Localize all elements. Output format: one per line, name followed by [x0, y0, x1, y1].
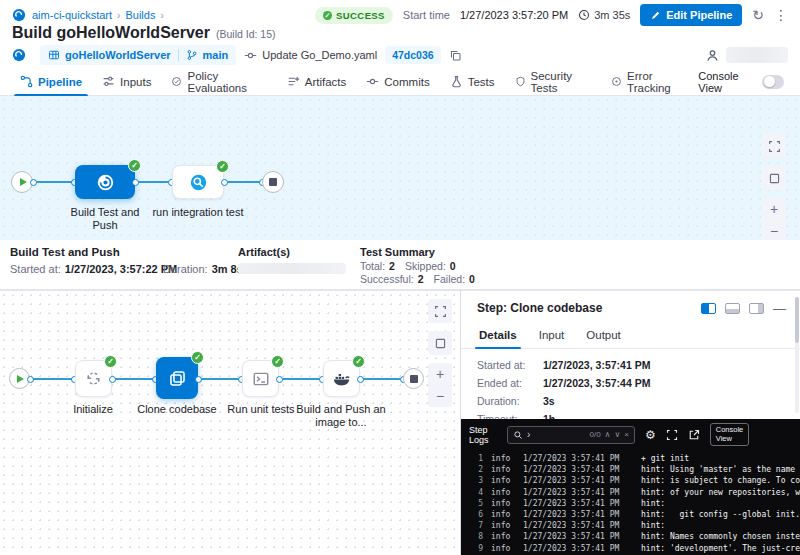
- success-check-icon: ✓: [216, 160, 229, 173]
- log-search-input[interactable]: › 0/0 ∧ ∨ ×: [507, 426, 635, 444]
- stop-icon: [410, 375, 418, 383]
- tab-error-tracking[interactable]: Error Tracking: [601, 68, 698, 95]
- flask-icon: [450, 75, 463, 88]
- layout-split-view-icon[interactable]: [701, 303, 716, 314]
- minimize-panel-icon[interactable]: —: [773, 302, 786, 315]
- commit-message[interactable]: Update Go_Demo.yaml: [244, 49, 377, 62]
- step-panel-tabs: Details Input Output: [461, 319, 800, 349]
- status-badge: ✓ SUCCESS: [315, 7, 393, 24]
- tab-pipeline[interactable]: Pipeline: [10, 68, 92, 95]
- zoom-in-button[interactable]: +: [762, 198, 786, 220]
- step-logs-title: Step Logs: [469, 425, 499, 445]
- console-view-label: Console View: [698, 70, 755, 94]
- step-node-initialize[interactable]: ✓: [75, 360, 112, 397]
- stage-graph-canvas[interactable]: ✓ ✓ Build Test and Push run integration …: [0, 96, 800, 240]
- fullscreen-button[interactable]: [762, 134, 786, 158]
- stage-details-strip: Build Test and Push Started at: 1/27/202…: [0, 240, 800, 290]
- branch-name[interactable]: main: [203, 49, 229, 61]
- prev-match-icon[interactable]: ∧: [605, 430, 611, 439]
- tab-artifacts[interactable]: Artifacts: [277, 68, 357, 95]
- zoom-out-button[interactable]: −: [762, 220, 786, 242]
- step-node-run-unit-tests[interactable]: ✓: [242, 360, 279, 397]
- field-started-at: Started at: 1/27/2023, 3:57:41 PM: [477, 359, 784, 371]
- step-node-clone-codebase[interactable]: ✓: [156, 357, 198, 399]
- tab-commits[interactable]: Commits: [356, 68, 439, 95]
- commit-icon: [244, 49, 257, 62]
- play-icon: [20, 178, 27, 186]
- edit-pipeline-button[interactable]: Edit Pipeline: [640, 4, 742, 26]
- step-link: [280, 378, 322, 380]
- console-view-toggle[interactable]: [762, 75, 784, 89]
- zoom-in-button[interactable]: +: [428, 363, 452, 385]
- console-view-button[interactable]: Console View: [710, 423, 750, 446]
- stage-node-run-integration-test[interactable]: ✓: [172, 165, 224, 199]
- repository-icon: [48, 49, 60, 61]
- divider: [178, 49, 179, 61]
- artifact-link-redacted[interactable]: [238, 263, 346, 274]
- commit-sha[interactable]: 47dc036: [385, 46, 440, 64]
- fit-to-screen-button[interactable]: [762, 166, 786, 190]
- artifacts-icon: [287, 75, 300, 88]
- log-line: 3info1/27/2023 3:57:41 PMhint: is subjec…: [467, 475, 800, 486]
- stage-end-node: [262, 171, 284, 193]
- log-lines[interactable]: 1info1/27/2023 3:57:41 PM+ git init 2inf…: [461, 448, 800, 554]
- panel-scrollbar[interactable]: [795, 297, 799, 413]
- inputs-icon: [102, 75, 115, 88]
- match-count: 0/0: [589, 430, 600, 439]
- step-node-label[interactable]: Initialize: [53, 403, 133, 416]
- step-node-label[interactable]: Clone codebase: [132, 403, 222, 416]
- log-fullscreen-icon[interactable]: [666, 429, 678, 441]
- next-match-icon[interactable]: ∨: [614, 430, 620, 439]
- layout-right-view-icon[interactable]: [749, 303, 764, 314]
- tab-details[interactable]: Details: [469, 325, 527, 348]
- tab-security-tests[interactable]: Security Tests: [505, 68, 602, 95]
- log-settings-gear-icon[interactable]: ⚙: [645, 428, 656, 442]
- step-link: [31, 378, 74, 380]
- step-node-build-and-push-image[interactable]: ✓: [323, 360, 360, 397]
- clone-codebase-icon: [168, 369, 187, 388]
- user-name-redacted: [726, 47, 788, 63]
- start-time-label: Start time: [403, 9, 450, 21]
- page-title: Build goHelloWorldServer: [12, 24, 210, 42]
- fit-to-screen-button[interactable]: [428, 331, 452, 355]
- clear-search-icon[interactable]: ×: [624, 430, 629, 439]
- tab-tests[interactable]: Tests: [440, 68, 505, 95]
- repo-name[interactable]: goHelloWorldServer: [65, 49, 171, 61]
- breadcrumb: aim-ci-quickstart › Builds › ✓ SUCCESS S…: [12, 5, 788, 25]
- step-details-panel: Step: Clone codebase — Details Input Out…: [460, 290, 800, 555]
- started-at-label: Started at:: [10, 263, 61, 275]
- search-prompt: ›: [527, 429, 530, 440]
- ci-stage-icon: [96, 173, 115, 192]
- field-duration: Duration: 3s: [477, 395, 784, 407]
- repo-branch-pill[interactable]: goHelloWorldServer main: [40, 45, 236, 65]
- fullscreen-button[interactable]: [428, 299, 452, 323]
- tab-output[interactable]: Output: [576, 325, 631, 348]
- step-node-label[interactable]: Build and Push an image to...: [291, 403, 391, 429]
- tab-inputs[interactable]: Inputs: [92, 68, 161, 95]
- open-in-new-icon[interactable]: [688, 429, 700, 441]
- refresh-button[interactable]: ↻: [752, 8, 764, 22]
- start-time-value: 1/27/2023 3:57:20 PM: [460, 9, 568, 21]
- field-ended-at: Ended at: 1/27/2023, 3:57:44 PM: [477, 377, 784, 389]
- stage-link: [136, 181, 171, 183]
- stage-node-label[interactable]: run integration test: [152, 206, 244, 219]
- artifacts-label: Artifact(s): [238, 246, 346, 258]
- ci-module-icon: [12, 48, 26, 62]
- layout-bottom-view-icon[interactable]: [725, 303, 740, 314]
- tab-input[interactable]: Input: [529, 325, 575, 348]
- copy-icon[interactable]: [449, 49, 462, 62]
- docker-icon: [332, 369, 351, 388]
- more-menu-button[interactable]: ⋮: [774, 8, 788, 22]
- step-graph-canvas[interactable]: ✓ ✓ ✓ ✓ Initialize Clone codebase Run un…: [0, 290, 460, 555]
- stage-node-label[interactable]: Build Test and Push: [60, 206, 150, 232]
- zoom-out-button[interactable]: −: [428, 385, 452, 407]
- success-check-icon: ✓: [323, 11, 332, 20]
- step-logs-console: Step Logs › 0/0 ∧ ∨ × ⚙ Console: [461, 419, 800, 555]
- stage-node-build-test-and-push[interactable]: ✓: [75, 165, 135, 199]
- tab-policy-evaluations[interactable]: Policy Evaluations: [161, 68, 276, 95]
- build-page: aim-ci-quickstart › Builds › ✓ SUCCESS S…: [0, 0, 800, 555]
- breadcrumb-builds[interactable]: Builds: [125, 9, 155, 21]
- log-line: 9info1/27/2023 3:57:41 PMhint: 'developm…: [467, 543, 800, 554]
- breadcrumb-project[interactable]: aim-ci-quickstart: [32, 9, 112, 21]
- commits-icon: [366, 75, 379, 88]
